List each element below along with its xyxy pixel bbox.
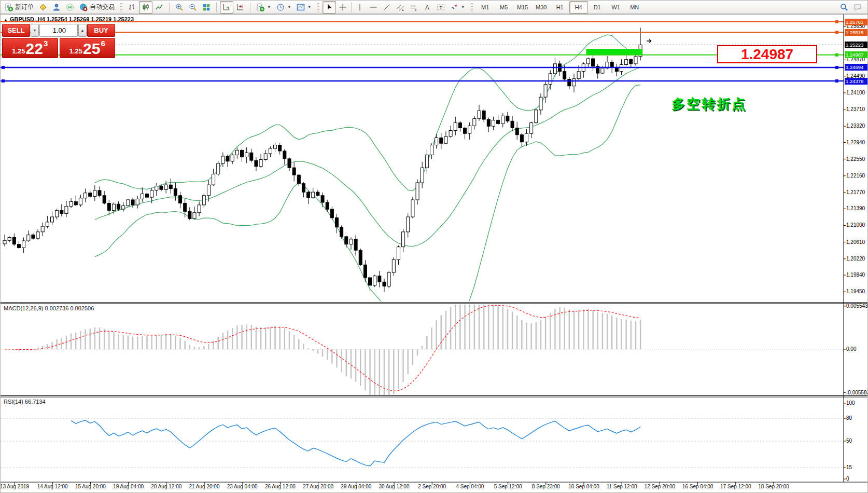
candle <box>283 151 286 159</box>
hline-handle[interactable] <box>835 20 838 23</box>
bar-chart-button[interactable] <box>125 1 139 13</box>
candle <box>373 276 376 285</box>
timeframe-mn-button[interactable]: MN <box>625 1 644 13</box>
line-chart-button[interactable] <box>152 1 166 13</box>
candle <box>454 123 457 131</box>
timeframe-h4-button[interactable]: H4 <box>569 1 588 13</box>
arrows-caret-icon[interactable]: ▼ <box>461 5 465 9</box>
candle <box>245 153 248 157</box>
candle <box>150 190 153 197</box>
candle <box>535 110 538 123</box>
timeframe-h1-button[interactable]: H1 <box>551 1 569 13</box>
hline-handle[interactable] <box>835 79 838 83</box>
web-terminal-button[interactable] <box>50 1 63 13</box>
timeframe-m30-button[interactable]: M30 <box>532 1 551 13</box>
indicators-button[interactable]: ▼ <box>254 1 274 13</box>
bar-chart-icon <box>128 3 136 11</box>
equidistant-channel-button[interactable]: E <box>394 1 407 13</box>
mt4-window: 新订单 自动交易 <box>0 0 868 493</box>
macd-panel[interactable] <box>1 299 844 399</box>
text-label-icon: T <box>437 3 445 11</box>
periods-caret-icon[interactable]: ▼ <box>287 5 291 9</box>
macd-label: MACD(12,26,9) 0.002736 0.002506 <box>4 305 94 311</box>
candle <box>65 206 68 213</box>
timeframe-m5-button[interactable]: M5 <box>495 1 513 13</box>
price-tick-1.19450: 1.19450 <box>846 289 868 294</box>
volume-decrease-button[interactable]: ▼ <box>31 24 39 37</box>
new-order-icon <box>5 3 13 11</box>
zoom-in-button[interactable] <box>173 1 186 13</box>
candle <box>307 192 310 198</box>
sell-price-display[interactable]: 1.25223 <box>2 38 58 58</box>
drawing-group: E F A T ▼ <box>321 1 469 13</box>
cursor-button[interactable] <box>323 1 336 13</box>
horizontal-line-button[interactable] <box>367 1 380 13</box>
templates-button[interactable]: ▼ <box>294 1 314 13</box>
hline-handle[interactable] <box>835 31 838 34</box>
timeframe-m15-button[interactable]: M15 <box>513 1 532 13</box>
candle <box>259 160 262 167</box>
text-label-button[interactable]: T <box>434 1 447 13</box>
rsi-panel[interactable] <box>1 418 844 468</box>
candle <box>601 68 604 73</box>
signals-button[interactable] <box>63 1 77 13</box>
arrows-button[interactable]: ▼ <box>447 1 468 13</box>
arrows-icon <box>450 3 458 11</box>
buy-price-display[interactable]: 1.25256 <box>60 38 116 58</box>
candle <box>330 209 333 218</box>
periods-button[interactable]: ▼ <box>274 1 294 13</box>
market-button[interactable] <box>36 1 50 13</box>
timeframe-w1-button[interactable]: W1 <box>607 1 625 13</box>
hline-handle[interactable] <box>2 66 5 69</box>
chinese-note-text[interactable]: 多空转折点 <box>671 95 747 113</box>
resistance-zone-rect[interactable] <box>586 49 643 54</box>
candle <box>221 156 225 163</box>
candle <box>383 282 386 286</box>
search-button[interactable] <box>837 1 851 13</box>
crosshair-icon <box>339 3 347 11</box>
date-tick-14: 5 Sep 12:00 <box>487 484 529 489</box>
new-order-button[interactable]: 新订单 <box>2 1 36 13</box>
channel-icon: E <box>396 3 404 11</box>
sell-button[interactable]: SELL <box>2 24 30 37</box>
trendline-button[interactable] <box>380 1 394 13</box>
date-tick-15: 8 Sep 23:00 <box>525 484 567 489</box>
timeframe-m1-button[interactable]: M1 <box>476 1 495 13</box>
candle <box>430 145 433 155</box>
buy-button[interactable]: BUY <box>87 24 115 37</box>
tile-windows-button[interactable] <box>200 1 213 13</box>
candlestick-chart-button[interactable] <box>139 1 152 13</box>
volume-increase-button[interactable]: ▲ <box>78 24 87 37</box>
fibonacci-button[interactable]: F <box>407 1 421 13</box>
candle <box>402 232 405 247</box>
autotrading-button[interactable]: 自动交易 <box>77 1 117 13</box>
vertical-line-button[interactable] <box>353 1 367 13</box>
toolbar-right-group <box>837 1 868 13</box>
candle <box>629 60 633 64</box>
price-tick-1.20220: 1.20220 <box>846 256 868 262</box>
indicators-caret-icon[interactable]: ▼ <box>267 5 271 9</box>
crosshair-button[interactable] <box>336 1 349 13</box>
templates-caret-icon[interactable]: ▼ <box>307 5 312 9</box>
chat-button[interactable] <box>851 1 864 13</box>
text-button[interactable]: A <box>421 1 434 13</box>
price-annotation-box[interactable]: 1.24987 <box>717 45 817 63</box>
chart-shift-button[interactable] <box>233 1 247 13</box>
main-price-panel[interactable] <box>3 28 651 332</box>
collapse-triangle-icon[interactable]: ▲ <box>4 18 8 22</box>
svg-text:A: A <box>425 4 429 11</box>
candle <box>444 136 447 143</box>
candle <box>146 194 149 198</box>
hline-handle[interactable] <box>835 53 838 57</box>
timeframe-d1-button[interactable]: D1 <box>588 1 607 13</box>
orders-group: 新订单 自动交易 <box>1 1 119 13</box>
candle <box>416 183 419 200</box>
chart-canvas[interactable] <box>1 1 868 493</box>
hline-handle[interactable] <box>835 66 838 69</box>
template-icon <box>297 3 305 11</box>
zoom-out-button[interactable] <box>186 1 200 13</box>
arrow-marker[interactable] <box>647 39 651 43</box>
hline-handle[interactable] <box>2 79 5 83</box>
auto-scroll-button[interactable] <box>220 1 233 13</box>
volume-input[interactable]: 1.00 <box>39 24 78 37</box>
